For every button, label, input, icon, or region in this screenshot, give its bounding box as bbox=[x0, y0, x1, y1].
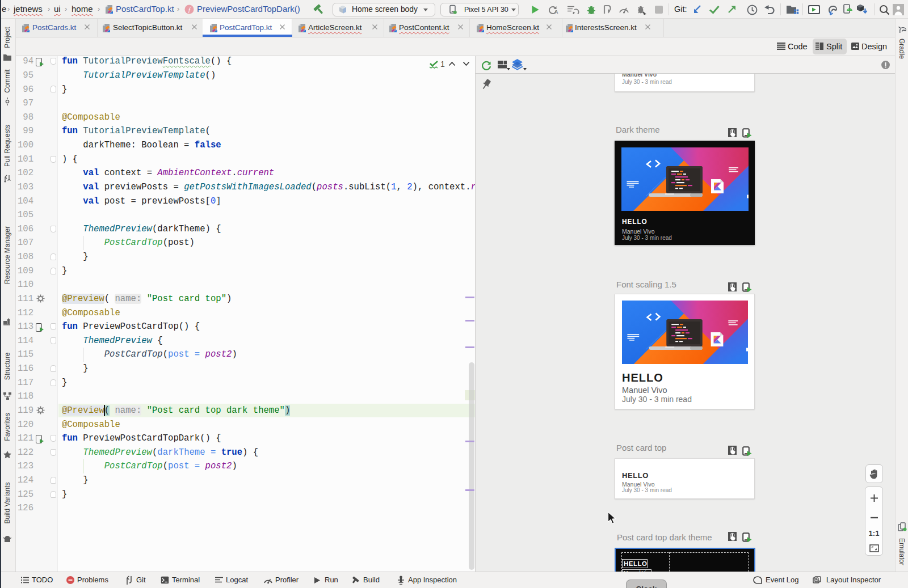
svg-text:A: A bbox=[554, 9, 558, 14]
